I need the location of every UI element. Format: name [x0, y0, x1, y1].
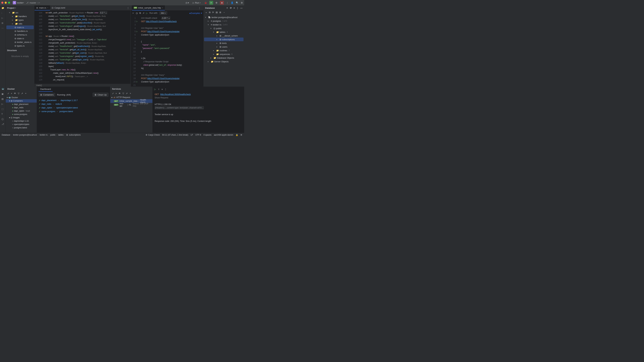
play-icon[interactable]: ▷: [136, 30, 140, 33]
add-icon[interactable]: ＋: [132, 11, 134, 14]
close-icon[interactable]: ×: [162, 7, 163, 9]
copy-icon[interactable]: ⧉: [139, 12, 141, 14]
container-name[interactable]: dapr_zipkin: [42, 107, 52, 109]
code-editor[interactable]: 1041051061071081091101111121131141151161…: [34, 10, 130, 84]
stop-icon[interactable]: ×: [234, 7, 235, 9]
images-node[interactable]: ▾⊡Images: [6, 116, 37, 119]
crumb[interactable]: tables: [58, 134, 64, 136]
image-name[interactable]: postgres:latest: [59, 110, 73, 113]
tree-file[interactable]: ⊚types.rs: [6, 44, 34, 48]
db-table[interactable]: ▸⊞users: [204, 45, 244, 49]
line-ending[interactable]: LF: [191, 134, 193, 136]
terminal-icon[interactable]: ▣: [2, 93, 4, 95]
filter-icon[interactable]: ▽: [18, 92, 20, 95]
project-name[interactable]: textter: [17, 1, 23, 4]
tree-file[interactable]: ⊚state.rs: [6, 36, 34, 40]
updates-icon[interactable]: ◷ ▾: [186, 1, 189, 4]
collab-icon[interactable]: 👤: [231, 1, 234, 4]
open-icon[interactable]: ↗: [38, 110, 40, 113]
project-tree[interactable]: ▾📁src ▸📁handlers ▸📁types ▸📁utils ⊚main.r…: [6, 10, 34, 48]
run-tool-icon[interactable]: ▷: [2, 17, 4, 19]
run-all-icon[interactable]: ▷: [146, 12, 148, 14]
close-icon[interactable]: ×: [116, 92, 117, 95]
run-icon[interactable]: ▷: [2, 103, 4, 105]
vcs-icon[interactable]: ⎇: [2, 123, 4, 125]
editor-tab[interactable]: ⊚main.rs×: [34, 5, 50, 10]
problems-icon[interactable]: ▤: [2, 98, 4, 100]
tree-file[interactable]: ⊚handlers.rs: [6, 29, 34, 33]
play-icon[interactable]: ▷: [136, 80, 140, 83]
shield-icon[interactable]: ⛨: [240, 134, 242, 136]
structure-icon[interactable]: ⊞: [2, 22, 4, 24]
tree-folder[interactable]: ▾📁src: [6, 11, 34, 14]
more-icon[interactable]: ⋮: [164, 88, 167, 90]
container-item[interactable]: ●some-postgres: [6, 113, 37, 116]
run-config[interactable]: ▷ Run ▾: [191, 1, 202, 4]
tree-file[interactable]: ⊚textter_store.rs: [6, 40, 34, 44]
more-icon[interactable]: ⋮: [198, 7, 200, 9]
container-row[interactable]: ↗dapr_zipkin←openzipkin/zipkin:latest: [38, 106, 108, 110]
open-icon[interactable]: ↗: [38, 103, 40, 105]
branch-selector[interactable]: ⎇ master ⇲ ▾: [26, 1, 40, 4]
server-objects[interactable]: ▸📁Server Objects: [204, 60, 244, 63]
db-table[interactable]: ▸⊞__diesel_schem: [204, 34, 244, 37]
db-datasource[interactable]: ▾🐘textter-postgres@localhost: [204, 15, 244, 19]
db-database[interactable]: ▾≡textter-rs1 of 3: [204, 23, 244, 26]
container-item[interactable]: ●dapr_zipkinhealt: [6, 109, 37, 113]
tree-file[interactable]: ⊚main.rs: [6, 25, 34, 29]
db-schema[interactable]: ▾⊡public: [204, 26, 244, 30]
container-item[interactable]: ●dapr_redis: [6, 106, 37, 109]
crumb[interactable]: Database: [2, 134, 10, 136]
image-item[interactable]: ○postgres:latest: [6, 126, 37, 129]
http-editor[interactable]: 123456789101112131415161718192021 ▷▷▷ ##…: [131, 16, 203, 87]
cargo-check[interactable]: ⚙Cargo Check: [146, 134, 160, 136]
container-row[interactable]: ↗dapr_redis←redis:6: [38, 102, 108, 106]
nav-icon[interactable]: →: [223, 11, 225, 14]
expand-icon[interactable]: ⤢: [8, 92, 9, 95]
info-icon[interactable]: ⓘ: [2, 118, 4, 120]
db-sequences[interactable]: ▸📁sequences6: [204, 52, 244, 56]
container-item[interactable]: ●dapr_placement: [6, 103, 37, 106]
http-tab[interactable]: APIinitial_sample_data.http×: [132, 5, 165, 10]
close-dot[interactable]: [1, 2, 3, 4]
more-icon[interactable]: ⋮: [226, 1, 228, 4]
lock-icon[interactable]: 🔒: [236, 134, 238, 136]
container-row[interactable]: ↗dapr_placement←daprio/dapr:1.10.7: [38, 98, 108, 102]
import-icon[interactable]: ↗: [142, 12, 144, 14]
console-icon[interactable]: ▤: [216, 11, 218, 14]
tree-folder[interactable]: ▸📁types: [6, 18, 34, 22]
docker-tree[interactable]: ▾🐳Docker ▾⊞Containers ●dapr_placement ●d…: [6, 95, 37, 130]
rerun-icon[interactable]: ▷: [154, 88, 156, 90]
play-icon[interactable]: ▷: [136, 20, 140, 23]
container-name[interactable]: dapr_redis: [42, 103, 51, 105]
containers-button[interactable]: ⊞Containers: [38, 93, 55, 97]
add-icon[interactable]: ＋: [25, 92, 27, 95]
open-icon[interactable]: ↗: [38, 99, 40, 102]
editor-breadcrumb[interactable]: main(): [34, 84, 130, 87]
project-header[interactable]: Project ▾: [6, 5, 34, 10]
view-icon[interactable]: 👁: [14, 92, 16, 95]
table-icon[interactable]: ⊞: [219, 11, 221, 14]
max-dot[interactable]: [8, 2, 10, 4]
tree-file[interactable]: ⊚schema.rs: [6, 33, 34, 36]
open-icon[interactable]: ↗: [38, 107, 40, 109]
database-tree[interactable]: ▾🐘textter-postgres@localhost ▸≡postgres1…: [204, 15, 244, 64]
structure-header[interactable]: Structure: [6, 48, 34, 53]
containers-node[interactable]: ▾⊞Containers: [6, 99, 37, 103]
debug-icon[interactable]: 🐞: [204, 1, 207, 4]
db-objects[interactable]: ▸📁Database Objects: [204, 56, 244, 60]
image-name[interactable]: redis:6: [56, 103, 62, 105]
add-ds-icon[interactable]: ＋: [205, 11, 207, 14]
container-name[interactable]: dapr_placement: [42, 99, 56, 102]
open-icon[interactable]: ↗: [126, 92, 128, 95]
db-table[interactable]: ▸⊞subscriptions: [204, 37, 244, 41]
dashboard-tab[interactable]: Dashboard: [38, 87, 53, 92]
db-database[interactable]: ▸≡postgres1 of 3: [204, 19, 244, 23]
chevron-down-icon[interactable]: ▾: [15, 7, 16, 9]
commit-icon[interactable]: ◦: [2, 12, 4, 14]
stop-button[interactable]: ■: [220, 1, 224, 5]
db-table[interactable]: ▸⊞texts: [204, 41, 244, 45]
project-chevron-icon[interactable]: ▾: [23, 2, 24, 4]
history-icon[interactable]: ◷: [136, 12, 138, 14]
add-icon[interactable]: ＋: [226, 6, 228, 9]
